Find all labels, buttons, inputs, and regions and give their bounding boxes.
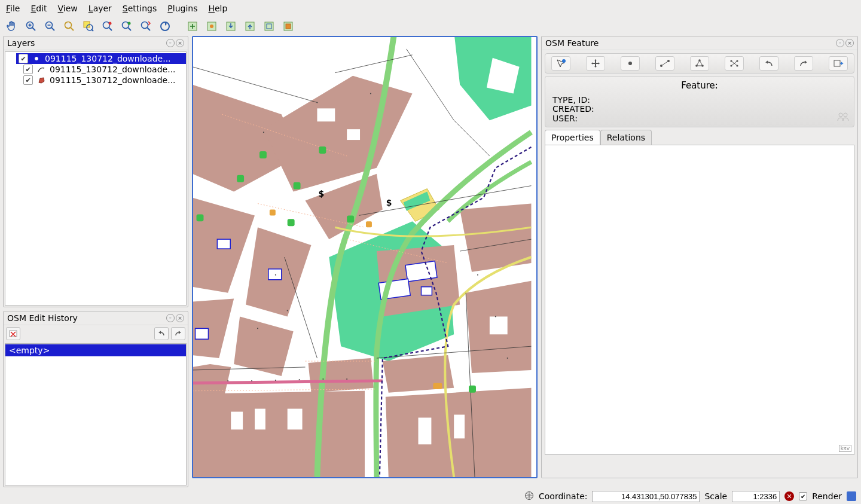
svg-point-64 — [263, 132, 264, 133]
layer-item[interactable]: ✔ 091115_130712_downloade... — [21, 64, 186, 75]
pan-tool-icon[interactable] — [4, 18, 20, 35]
undo-icon[interactable] — [759, 56, 778, 71]
osmf-feature-label: Feature: — [552, 80, 847, 91]
osm-download-icon[interactable] — [222, 18, 239, 35]
layer-type-polygon-icon — [36, 75, 46, 85]
svg-line-5 — [51, 28, 54, 30]
zoom-layer-icon[interactable] — [99, 18, 116, 35]
osmf-metadata: Feature: TYPE, ID: CREATED: USER: — [545, 76, 854, 127]
osmf-toolbar — [545, 53, 854, 74]
osmf-created: CREATED: — [552, 105, 847, 114]
osm-save-icon[interactable] — [280, 18, 297, 35]
move-icon[interactable] — [586, 56, 605, 71]
stop-render-icon[interactable]: ✕ — [784, 491, 794, 501]
coordinate-label: Coordinate: — [539, 491, 587, 501]
status-end-icon[interactable] — [847, 491, 856, 501]
osmf-user: USER: — [552, 114, 847, 123]
projection-icon[interactable] — [524, 491, 534, 502]
ksv-badge: ksv — [839, 445, 851, 452]
layers-title: Layers — [7, 38, 35, 48]
layer-name: 091115_130712_downloade... — [50, 75, 176, 85]
osm-load-icon[interactable] — [184, 18, 201, 35]
menu-settings[interactable]: Settings — [123, 4, 157, 13]
identify-icon[interactable] — [551, 56, 570, 71]
menu-layer[interactable]: Layer — [88, 4, 112, 13]
svg-line-13 — [109, 28, 112, 30]
tab-properties[interactable]: Properties — [545, 130, 600, 145]
coordinate-input[interactable] — [592, 491, 700, 502]
layer-checkbox-icon[interactable]: ✔ — [23, 65, 33, 74]
create-relation-icon[interactable] — [725, 56, 744, 71]
statusbar: Coordinate: Scale ✕ ✔ Render — [0, 488, 861, 504]
svg-rect-43 — [454, 415, 465, 439]
svg-rect-57 — [436, 383, 442, 389]
scale-input[interactable] — [732, 491, 780, 502]
layer-checkbox-icon[interactable]: ✔ — [23, 75, 33, 85]
svg-line-8 — [71, 28, 74, 30]
panel-shade-icon[interactable]: ◦ — [166, 39, 175, 47]
layer-name: 091115_130712_downloade... — [45, 54, 171, 63]
layer-type-line-icon — [36, 65, 46, 74]
zoom-last-icon[interactable] — [118, 18, 135, 35]
history-clear-icon[interactable] — [6, 327, 20, 340]
menu-help[interactable]: Help — [208, 4, 227, 13]
create-point-icon[interactable] — [621, 56, 640, 71]
user-icon — [837, 112, 849, 123]
svg-line-16 — [128, 28, 131, 30]
osm-feature-icon[interactable] — [203, 18, 220, 35]
layer-item[interactable]: ✔ 091115_130712_downloade... — [16, 53, 186, 64]
create-polygon-icon[interactable] — [690, 56, 709, 71]
map-svg: $ $ — [193, 37, 536, 477]
svg-point-60 — [275, 380, 276, 381]
menu-edit[interactable]: Edit — [30, 4, 47, 13]
osmf-properties-table[interactable]: ksv — [545, 145, 854, 455]
svg-rect-51 — [347, 215, 354, 222]
zoom-out-icon[interactable] — [42, 18, 59, 35]
svg-line-1 — [32, 28, 35, 30]
svg-point-73 — [562, 59, 566, 63]
link-icon[interactable] — [829, 56, 848, 71]
svg-point-86 — [839, 113, 842, 117]
svg-rect-53 — [469, 386, 476, 393]
layer-item[interactable]: ✔ 091115_130712_downloade... — [21, 75, 186, 85]
menu-view[interactable]: View — [58, 4, 78, 13]
history-item[interactable]: <empty> — [5, 344, 186, 356]
menubar: File Edit View Layer Settings Plugins He… — [0, 0, 861, 17]
svg-point-70 — [477, 274, 478, 276]
panel-close-icon[interactable]: × — [176, 39, 184, 47]
redo-icon[interactable] — [171, 327, 185, 340]
render-checkbox[interactable]: ✔ — [799, 492, 807, 500]
zoom-full-icon[interactable] — [61, 18, 78, 35]
panel-close-icon[interactable]: × — [845, 39, 854, 47]
svg-point-72 — [507, 358, 508, 359]
svg-point-87 — [844, 113, 847, 117]
svg-rect-85 — [834, 60, 840, 66]
zoom-selection-icon[interactable] — [80, 18, 97, 35]
zoom-in-icon[interactable] — [23, 18, 39, 35]
zoom-next-icon[interactable] — [138, 18, 154, 35]
osm-import-icon[interactable] — [261, 18, 277, 35]
svg-point-63 — [346, 378, 347, 380]
tab-relations[interactable]: Relations — [600, 130, 652, 145]
redo-icon[interactable] — [794, 56, 813, 71]
layer-checkbox-icon[interactable]: ✔ — [19, 54, 28, 63]
menu-file[interactable]: File — [6, 4, 20, 13]
osm-upload-icon[interactable] — [242, 18, 258, 35]
undo-icon[interactable] — [154, 327, 169, 340]
panel-shade-icon[interactable]: ◦ — [836, 39, 844, 47]
svg-point-67 — [275, 274, 276, 276]
history-title: OSM Edit History — [7, 313, 78, 323]
svg-rect-42 — [419, 418, 432, 445]
layer-type-point-icon — [32, 54, 41, 63]
svg-rect-50 — [197, 214, 204, 221]
create-line-icon[interactable] — [655, 56, 674, 71]
toolbar — [0, 17, 861, 36]
svg-point-61 — [299, 379, 300, 380]
refresh-icon[interactable] — [157, 18, 173, 35]
svg-rect-55 — [366, 221, 372, 227]
map-canvas[interactable]: $ $ — [192, 36, 538, 478]
menu-plugins[interactable]: Plugins — [167, 4, 197, 13]
panel-shade-icon[interactable]: ◦ — [166, 314, 175, 322]
panel-close-icon[interactable]: × — [176, 314, 184, 322]
svg-point-23 — [210, 25, 213, 28]
